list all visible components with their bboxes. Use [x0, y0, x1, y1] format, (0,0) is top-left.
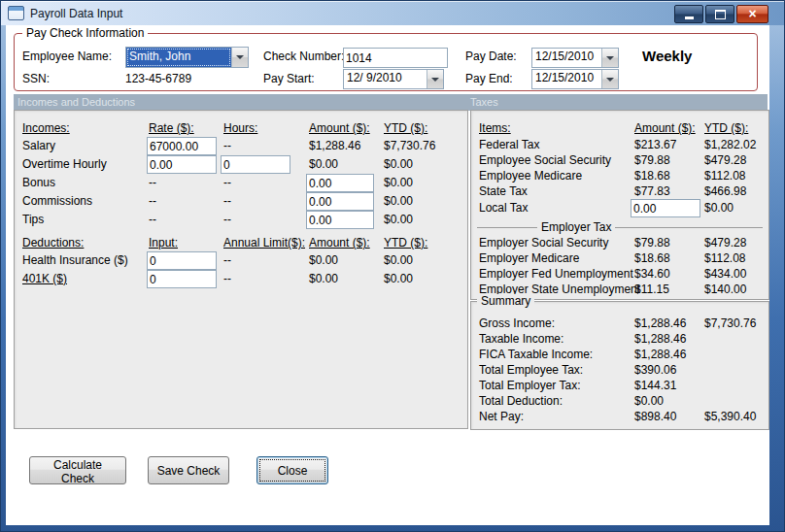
amount-value: $0.00: [309, 253, 338, 267]
amount-value: $77.83: [634, 184, 670, 198]
arrow-down-icon: [431, 78, 439, 82]
summary-row-total-employer-tax: Total Employer Tax: $144.31: [471, 378, 768, 394]
amount-value: $213.67: [634, 138, 676, 151]
employee-name-combobox[interactable]: Smith, John: [125, 47, 249, 68]
deduction-row-health-insurance: Health Insurance ($) -- $0.00 $0.00: [15, 252, 467, 269]
dropdown-arrow-icon[interactable]: [601, 70, 618, 88]
amount-value: $79.88: [634, 153, 670, 167]
rate-value: --: [149, 213, 156, 226]
ytd-value: $479.28: [704, 153, 746, 167]
dropdown-arrow-icon[interactable]: [427, 70, 443, 88]
column-header: Incomes:: [22, 121, 70, 135]
check-number-input[interactable]: [343, 48, 448, 68]
overtime-hours-input[interactable]: [221, 155, 290, 174]
pay-start-value: 12/ 9/2010: [344, 70, 427, 88]
tax-row-employer-ss: Employer Social Security $79.88 $479.28: [471, 235, 768, 251]
pay-date-datepicker[interactable]: 12/15/2010: [531, 48, 619, 68]
employer-tax-divider: Employer Tax: [475, 220, 765, 234]
window-title: Payroll Data Input: [30, 7, 122, 20]
row-label: Employee Medicare: [479, 169, 582, 183]
deduction-row-401k: 401K ($) -- $0.00 $0.00: [15, 271, 467, 287]
salary-rate-input[interactable]: [147, 137, 217, 155]
employee-name-label: Employee Name:: [22, 50, 112, 63]
dropdown-arrow-icon[interactable]: [231, 48, 248, 67]
income-row-tips: Tips -- -- $0.00: [15, 212, 467, 228]
row-label: Taxable Income:: [479, 332, 563, 346]
ytd-value: $1,282.02: [704, 138, 756, 151]
amount-value: $144.31: [634, 379, 676, 392]
row-label: Employer Medicare: [479, 251, 579, 265]
ytd-value: $0.00: [704, 201, 734, 215]
row-label: Total Employer Tax:: [479, 379, 581, 392]
tax-row-employee-medicare: Employee Medicare $18.68 $112.08: [471, 168, 768, 184]
tax-row-federal: Federal Tax $213.67 $1,282.02: [471, 137, 768, 153]
health-insurance-input[interactable]: [147, 251, 217, 270]
titlebar[interactable]: Payroll Data Input ×: [1, 1, 784, 25]
pay-end-label: Pay End:: [465, 72, 513, 85]
annual-limit-value: --: [223, 272, 231, 285]
tax-row-employer-fed-unemployment: Employer Fed Unemployment $34.60 $434.00: [471, 266, 768, 283]
incomes-deductions-panel: Incomes: Rate ($): Hours: Amount ($): YT…: [14, 110, 468, 429]
ytd-value: $0.00: [384, 194, 413, 208]
close-window-button[interactable]: ×: [736, 5, 768, 23]
ytd-value: $112.08: [704, 169, 746, 183]
tips-amount-input[interactable]: [306, 211, 374, 229]
employee-name-value: Smith, John: [126, 48, 231, 67]
summary-row-total-deduction: Total Deduction: $0.00: [471, 393, 768, 410]
pay-date-value: 12/15/2010: [532, 49, 601, 67]
row-label: Tips: [22, 213, 44, 226]
401k-input[interactable]: [147, 270, 217, 288]
rate-value: --: [149, 176, 156, 189]
income-row-salary: Salary -- $1,288.46 $7,730.76: [15, 138, 467, 154]
minimize-button[interactable]: [674, 5, 703, 23]
bonus-amount-input[interactable]: [306, 174, 374, 192]
amount-value: $1,288.46: [634, 348, 686, 361]
taxes-panel: Items: Amount ($): YTD ($): Federal Tax …: [470, 110, 769, 300]
calculate-check-button[interactable]: Calculate Check: [29, 456, 126, 484]
ytd-value: $0.00: [384, 253, 413, 267]
amount-value: $898.40: [634, 410, 676, 423]
local-tax-input[interactable]: [631, 199, 700, 217]
row-label: Federal Tax: [479, 138, 539, 151]
commissions-amount-input[interactable]: [306, 192, 374, 211]
tax-row-employer-medicare: Employer Medicare $18.68 $112.08: [471, 250, 768, 267]
close-button[interactable]: Close: [256, 456, 328, 484]
deductions-header-row: Deductions: Input: Annual Limit($): Amou…: [15, 235, 467, 251]
check-number-label: Check Number:: [263, 50, 344, 63]
maximize-button[interactable]: [705, 5, 734, 23]
minimize-icon: [685, 17, 694, 19]
row-label: Employer Social Security: [479, 236, 608, 249]
arrow-down-icon: [606, 78, 614, 82]
pay-start-datepicker[interactable]: 12/ 9/2010: [343, 69, 444, 89]
ssn-value: 123-45-6789: [125, 72, 191, 85]
row-label: Gross Income:: [479, 316, 555, 330]
dropdown-arrow-icon[interactable]: [601, 49, 618, 67]
arrow-down-icon: [606, 56, 614, 60]
pay-date-label: Pay Date:: [465, 50, 517, 63]
row-label: Health Insurance ($): [22, 253, 128, 267]
pay-frequency-label: Weekly: [642, 48, 692, 64]
pay-end-datepicker[interactable]: 12/15/2010: [531, 69, 619, 89]
divider-line: [477, 227, 763, 228]
close-icon: ×: [748, 7, 756, 20]
row-label: Local Tax: [479, 201, 528, 215]
ytd-value: $140.00: [704, 283, 746, 296]
hours-value: --: [223, 213, 231, 226]
amount-value: $1,288.46: [634, 332, 686, 346]
ytd-value: $0.00: [384, 272, 413, 285]
incomes-deductions-section-title: Incomes and Deductions: [17, 96, 135, 108]
column-header: Amount ($):: [634, 121, 696, 135]
overtime-rate-input[interactable]: [147, 155, 217, 174]
ytd-value: $434.00: [704, 267, 746, 281]
401k-link[interactable]: 401K ($): [22, 272, 67, 285]
save-check-button[interactable]: Save Check: [148, 456, 229, 484]
amount-value: $0.00: [309, 272, 338, 285]
amount-value: $18.68: [634, 169, 670, 183]
row-label: Bonus: [22, 176, 55, 189]
amount-value: $1,288.46: [634, 316, 686, 330]
arrow-down-icon: [236, 55, 244, 59]
amount-value: $34.60: [634, 267, 670, 281]
column-header: Amount ($):: [309, 236, 370, 249]
summary-row-fica: FICA Taxable Income: $1,288.46: [471, 347, 768, 363]
tax-row-employee-ss: Employee Social Security $79.88 $479.28: [471, 152, 768, 169]
